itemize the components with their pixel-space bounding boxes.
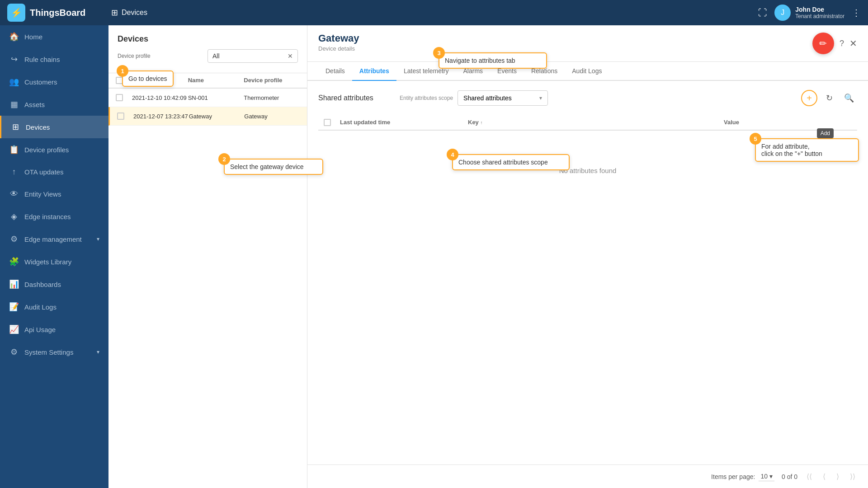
logo: ⚡ ThingsBoard <box>7 4 111 22</box>
sidebar-item-label: Widgets Library <box>24 258 99 266</box>
rule-chains-icon: ↪ <box>9 54 19 64</box>
sidebar-item-label: Api Usage <box>24 326 99 333</box>
edge-management-icon: ⚙ <box>9 234 19 244</box>
callout-text-4: Choose shared attributes scope <box>458 159 548 166</box>
help-button[interactable]: ? <box>840 39 844 48</box>
detail-title: Gateway <box>318 33 359 44</box>
pagination-count: 0 of 0 <box>782 473 797 480</box>
close-button[interactable]: ✕ <box>849 38 857 49</box>
items-per-page: Items per page: 10 ▾ <box>711 472 774 481</box>
sidebar-item-customers[interactable]: 👥 Customers <box>0 70 108 93</box>
callout-text-2: Select the gateway device <box>230 163 304 170</box>
device-profile-select[interactable]: All ✕ <box>208 49 298 63</box>
dashboards-icon: 📊 <box>9 279 19 289</box>
callout-1: 1 Go to devices <box>122 70 174 87</box>
sidebar-item-audit-logs[interactable]: 📝 Audit Logs <box>0 296 108 318</box>
table-row[interactable]: 2021-12-10 10:42:09 SN-001 Thermometer <box>108 89 307 107</box>
callout-3: 3 Navigate to attributes tab <box>439 52 547 69</box>
breadcrumb: ⊞ Devices <box>111 8 758 18</box>
sidebar-item-system-settings[interactable]: ⚙ System Settings ▾ <box>0 341 108 363</box>
breadcrumb-icon: ⊞ <box>111 8 118 18</box>
sidebar-item-label: Home <box>24 33 99 41</box>
header-menu-button[interactable]: ⋮ <box>852 7 861 18</box>
edge-instances-icon: ◈ <box>9 211 19 221</box>
avatar: J <box>774 5 791 21</box>
add-tooltip-text: Add <box>821 130 830 136</box>
sidebar-item-label: Assets <box>24 101 99 108</box>
tab-attributes[interactable]: Attributes <box>352 62 396 81</box>
tab-details[interactable]: Details <box>318 62 352 81</box>
sidebar-item-assets[interactable]: ▦ Assets <box>0 93 108 116</box>
breadcrumb-label: Devices <box>122 9 147 17</box>
items-per-page-value: 10 <box>760 473 768 480</box>
ota-icon: ↑ <box>9 167 19 177</box>
sidebar-item-label: Rule chains <box>24 56 99 63</box>
clear-filter-button[interactable]: ✕ <box>288 52 293 60</box>
sidebar-item-label: Customers <box>24 78 99 86</box>
sidebar-item-widgets-library[interactable]: 🧩 Widgets Library <box>0 250 108 273</box>
devices-panel-header: Devices Device profile All ✕ <box>108 25 307 73</box>
add-attribute-button[interactable]: + <box>801 90 817 106</box>
row-checkbox[interactable] <box>116 94 123 101</box>
tab-audit-logs[interactable]: Audit Logs <box>565 62 609 81</box>
device-profile-label: Device profile <box>118 53 151 59</box>
search-button[interactable]: 🔍 <box>841 90 857 106</box>
sidebar-item-label: Audit Logs <box>24 303 99 311</box>
sidebar-item-device-profiles[interactable]: 📋 Device profiles <box>0 138 108 161</box>
refresh-button[interactable]: ↻ <box>821 90 837 106</box>
callout-number-3: 3 <box>433 47 445 59</box>
pagination-next-button[interactable]: ⟩ <box>835 470 841 483</box>
header-actions: ⛶ J John Doe Tenant administrator ⋮ <box>758 5 861 21</box>
sidebar-item-edge-management[interactable]: ⚙ Edge management ▾ <box>0 228 108 250</box>
sidebar-item-rule-chains[interactable]: ↪ Rule chains <box>0 48 108 70</box>
callout-4: 4 Choose shared attributes scope <box>452 154 570 170</box>
edit-button[interactable]: ✏ <box>812 33 834 54</box>
callout-number-1: 1 <box>117 65 128 77</box>
pagination-first-button[interactable]: ⟨⟨ <box>805 470 814 483</box>
scope-dropdown-value: Shared attributes <box>463 94 512 102</box>
pagination-last-button[interactable]: ⟩⟩ <box>848 470 857 483</box>
device-profile-header[interactable]: Device profile <box>244 77 300 84</box>
audit-logs-icon: 📝 <box>9 302 19 312</box>
no-attributes-message: No attributes found <box>318 167 857 174</box>
user-role: Tenant administrator <box>795 13 844 19</box>
items-per-page-select[interactable]: 10 ▾ <box>759 472 774 481</box>
items-per-page-arrow: ▾ <box>769 473 773 480</box>
device-profile-filter: Device profile All ✕ <box>118 49 298 63</box>
home-icon: 🏠 <box>9 32 19 42</box>
callout-number-4: 4 <box>447 149 458 160</box>
sidebar-item-api-usage[interactable]: 📈 Api Usage <box>0 318 108 341</box>
key-header[interactable]: Key ↑ <box>468 119 724 126</box>
sidebar-item-entity-views[interactable]: 👁 Entity Views <box>0 183 108 205</box>
attributes-scope-selector: Entity attributes scope Shared attribute… <box>400 90 548 106</box>
sidebar-item-label: OTA updates <box>24 168 99 176</box>
items-per-page-label: Items per page: <box>711 473 755 480</box>
callout-2: 2 Select the gateway device <box>224 159 323 175</box>
sidebar-item-label: Dashboards <box>24 281 99 288</box>
callout-number-2: 2 <box>218 153 230 165</box>
callout-text-5: For add attribute,click on the "+" butto… <box>761 143 822 157</box>
api-usage-icon: 📈 <box>9 324 19 334</box>
sidebar: 🏠 Home ↪ Rule chains 👥 Customers ▦ Asset… <box>0 25 108 488</box>
devices-panel-title: Devices <box>118 34 298 44</box>
detail-tabs: Details Attributes Latest telemetry Alar… <box>307 62 868 81</box>
sidebar-item-label: Edge instances <box>24 213 99 221</box>
pagination-prev-button[interactable]: ⟨ <box>821 470 827 483</box>
sidebar-item-dashboards[interactable]: 📊 Dashboards <box>0 273 108 296</box>
name-header[interactable]: Name <box>188 77 244 84</box>
plus-icon: + <box>807 93 812 103</box>
created-time-cell: 2021-12-10 10:42:09 <box>132 94 188 101</box>
fullscreen-button[interactable]: ⛶ <box>758 8 767 18</box>
attributes-action-buttons: + ↻ 🔍 <box>801 90 857 106</box>
scope-dropdown[interactable]: Shared attributes ▾ <box>458 90 548 106</box>
sidebar-item-ota-updates[interactable]: ↑ OTA updates <box>0 161 108 183</box>
attr-checkbox-header <box>324 119 340 126</box>
created-time-cell: 2021-12-07 13:23:47 <box>133 113 189 120</box>
detail-subtitle: Device details <box>318 45 359 52</box>
sidebar-item-devices[interactable]: ⊞ Devices <box>0 116 108 138</box>
sidebar-item-home[interactable]: 🏠 Home <box>0 25 108 48</box>
table-row[interactable]: 2021-12-07 13:23:47 Gateway Gateway <box>108 107 307 126</box>
sidebar-item-edge-instances[interactable]: ◈ Edge instances <box>0 205 108 228</box>
dropdown-arrow-icon: ▾ <box>539 95 542 101</box>
row-checkbox[interactable] <box>117 113 124 120</box>
